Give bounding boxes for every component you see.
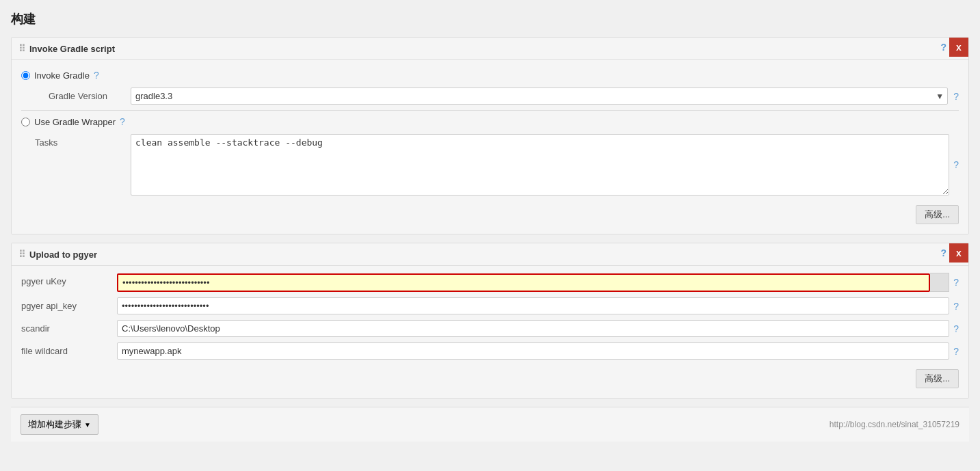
gradle-header-help-icon[interactable]: ?	[940, 42, 946, 53]
pgyer-header-help-icon[interactable]: ?	[940, 247, 946, 258]
add-step-label: 增加构建步骤	[28, 418, 81, 431]
pgyer-card: ⠿ Upload to pgyer x ? pgyer uKey ? pgyer…	[11, 243, 969, 399]
apikey-input[interactable]	[117, 297, 949, 314]
gradle-wrapper-radio-row: Use Gradle Wrapper ?	[21, 113, 959, 130]
gradle-version-help-icon[interactable]: ?	[953, 91, 959, 102]
scandir-control-wrap: ?	[117, 320, 959, 337]
scandir-row: scandir ?	[21, 320, 959, 337]
ukey-row: pgyer uKey ?	[21, 273, 959, 292]
gradle-advanced-btn-row: 高级...	[21, 201, 959, 227]
ukey-side-button[interactable]	[930, 273, 949, 292]
gradle-wrapper-help-icon[interactable]: ?	[120, 116, 125, 127]
tasks-textarea[interactable]: clean assemble --stacktrace --debug	[131, 134, 949, 196]
apikey-label: pgyer api_key	[21, 297, 117, 311]
gradle-card-title: Invoke Gradle script	[29, 44, 115, 54]
gradle-version-section: Gradle Version gradle3.3 ▼ ?	[21, 88, 959, 105]
pgyer-advanced-button[interactable]: 高级...	[916, 369, 959, 388]
bottom-bar: 增加构建步骤 ▼ http://blog.csdn.net/sinat_3105…	[11, 407, 969, 442]
gradle-wrapper-radio[interactable]	[21, 118, 30, 126]
apikey-row: pgyer api_key ?	[21, 297, 959, 314]
ukey-input-wrap	[117, 273, 949, 292]
file-wildcard-row: file wildcard ?	[21, 342, 959, 360]
invoke-gradle-radio-row: Invoke Gradle ?	[21, 67, 959, 83]
invoke-gradle-label: Invoke Gradle	[34, 70, 90, 81]
gradle-close-button[interactable]: x	[949, 38, 968, 57]
gradle-advanced-button[interactable]: 高级...	[916, 205, 959, 224]
add-step-button[interactable]: 增加构建步骤 ▼	[21, 414, 98, 435]
file-wildcard-control-wrap: ?	[117, 342, 959, 360]
ukey-control-wrap: ?	[117, 273, 959, 292]
pgyer-card-header: ⠿ Upload to pgyer x ?	[12, 243, 968, 266]
footer-link[interactable]: http://blog.csdn.net/sinat_31057219	[830, 420, 959, 429]
pgyer-drag-icon: ⠿	[18, 249, 25, 260]
scandir-input[interactable]	[117, 320, 949, 337]
apikey-control-wrap: ?	[117, 297, 959, 314]
scandir-label: scandir	[21, 320, 117, 334]
tasks-label: Tasks	[35, 134, 131, 148]
file-wildcard-help-icon[interactable]: ?	[953, 346, 959, 357]
scandir-help-icon[interactable]: ?	[953, 323, 959, 334]
ukey-input[interactable]	[117, 273, 930, 292]
pgyer-close-button[interactable]: x	[949, 243, 968, 263]
page-title: 构建	[11, 11, 969, 27]
invoke-gradle-help-icon[interactable]: ?	[94, 70, 99, 81]
gradle-version-select-wrap: gradle3.3 ▼	[131, 88, 948, 105]
gradle-card-body: Invoke Gradle ? Gradle Version gradle3.3…	[12, 60, 968, 234]
tasks-help-icon[interactable]: ?	[953, 159, 959, 170]
ukey-help-icon[interactable]: ?	[953, 277, 959, 288]
apikey-help-icon[interactable]: ?	[953, 301, 959, 312]
gradle-wrapper-label: Use Gradle Wrapper	[34, 117, 116, 127]
file-wildcard-input[interactable]	[117, 342, 949, 360]
add-step-dropdown-icon[interactable]: ▼	[84, 421, 91, 429]
gradle-card-header: ⠿ Invoke Gradle script x ?	[12, 38, 968, 60]
separator1	[21, 110, 959, 111]
pgyer-advanced-btn-row: 高级...	[21, 365, 959, 391]
tasks-row: Tasks clean assemble --stacktrace --debu…	[21, 134, 959, 196]
gradle-version-row: Gradle Version gradle3.3 ▼ ?	[35, 88, 959, 105]
file-wildcard-label: file wildcard	[21, 342, 117, 356]
tasks-control-wrap: clean assemble --stacktrace --debug ?	[131, 134, 959, 196]
pgyer-card-body: pgyer uKey ? pgyer api_key ?	[12, 266, 968, 398]
gradle-version-select[interactable]: gradle3.3	[131, 88, 948, 105]
drag-icon: ⠿	[18, 43, 25, 54]
ukey-label: pgyer uKey	[21, 273, 117, 286]
pgyer-card-title: Upload to pgyer	[29, 250, 97, 260]
invoke-gradle-radio[interactable]	[21, 71, 30, 80]
gradle-card: ⠿ Invoke Gradle script x ? Invoke Gradle…	[11, 37, 969, 234]
gradle-version-label: Gradle Version	[49, 91, 131, 101]
